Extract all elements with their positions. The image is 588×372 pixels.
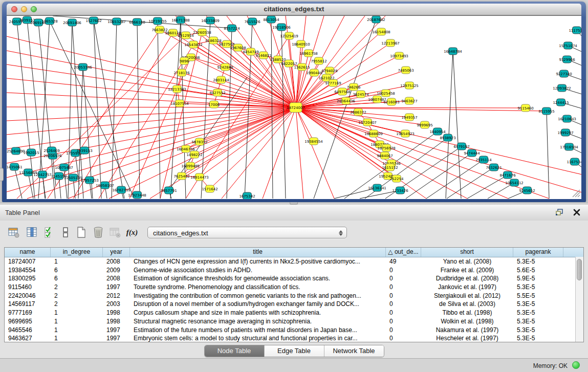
graph-node-label: 2086372 [350,111,366,115]
graph-edge[interactable] [7,107,296,121]
column-header-out_degree[interactable]: △ out_de... [386,248,421,257]
graph-edge[interactable] [446,51,453,199]
graph-node-label: 7615526 [244,20,260,24]
graph-node-label: 12505135 [64,176,82,180]
delete-rows-trash-icon[interactable] [91,225,106,240]
graph-edge[interactable] [53,156,56,186]
graph-edge[interactable] [177,89,296,107]
tab-edge-table[interactable]: Edge Table [265,345,324,357]
column-header-pagerank[interactable]: pagerank [513,248,563,257]
cell-name: 9115460 [5,283,51,292]
memory-status-label: Memory: OK [533,362,568,369]
close-panel-icon[interactable] [572,207,582,217]
graph-edge[interactable] [201,20,210,199]
node-layer: 1872400776638229860128891295422260538165… [7,16,581,199]
graph-edge[interactable] [271,19,273,199]
graph-edge[interactable] [406,153,472,199]
graph-edge[interactable] [314,19,376,199]
graph-edge[interactable] [170,20,181,199]
tab-network-table[interactable]: Network Table [324,345,384,357]
graph-node-label: 2935114 [475,158,492,162]
scrollbar-thumb[interactable] [577,259,582,280]
graph-edge[interactable] [68,23,72,199]
graph-edge[interactable] [547,111,549,199]
table-selector-dropdown[interactable]: citations_edges.txt [147,227,347,238]
select-all-rows-icon[interactable] [42,225,57,240]
status-bar: Memory: OK [0,358,588,372]
graph-edge[interactable] [137,22,140,199]
table-row[interactable]: 1938455462009Genome-wide association stu… [5,266,583,275]
table-row[interactable]: 1456911722003Disruption of a novel membe… [5,300,583,309]
cell-out_degree: 0 [386,326,421,335]
table-row[interactable]: 946362711997Embryonic stem cells: a mode… [5,334,583,342]
new-file-icon[interactable] [74,225,89,240]
cell-pagerank: 5.3E-5 [513,334,563,342]
network-svg: 1872400776638229860128891295422260538165… [7,16,581,199]
select-columns-icon[interactable] [24,225,39,240]
graph-edge[interactable] [7,107,296,107]
table-row[interactable]: 911546021997Tourette syndrome. Phenomeno… [5,283,583,292]
network-canvas[interactable]: 1872400776638229860128891295422260538165… [7,15,581,199]
graph-edge[interactable] [7,64,296,107]
tab-node-table[interactable]: Node Table [205,345,265,357]
graph-node-label: 12325419 [280,34,298,38]
cell-year: 2008 [103,274,130,283]
graph-edge[interactable] [426,160,484,199]
cell-short: Tibbo et al. (1998) [421,309,513,317]
graph-node-label: 9474444 [464,151,480,156]
cell-name: 18300295 [5,274,51,283]
table-row[interactable]: 969969511998Structural magnetic resonanc… [5,317,583,326]
cell-title: Corpus callosum shape and size in male p… [130,309,386,317]
column-header-short[interactable]: short [421,248,513,257]
graph-edge[interactable] [94,20,101,199]
table-settings-icon[interactable] [6,225,21,240]
column-header-in_degree[interactable]: in_degree [51,248,103,257]
cell-in_degree: 2 [51,292,103,300]
table-row[interactable]: 2242004622012Investigating the contribut… [5,292,583,300]
table-vertical-scrollbar[interactable] [575,257,583,342]
row-height-icon[interactable] [58,225,73,240]
graph-node-label: 5878352 [191,140,207,144]
cell-out_degree: 0 [386,266,421,275]
float-panel-icon[interactable] [554,207,564,217]
graph-node-label: 16136141 [368,186,386,190]
column-header-title[interactable]: title [130,248,386,257]
graph-node-label: 10688609 [364,132,383,136]
graph-edge[interactable] [447,167,494,199]
graph-edge[interactable] [296,107,303,199]
column-header-year[interactable]: year [103,248,130,257]
graph-node-label: 12213967 [381,41,400,46]
graph-node-label: 16033809 [201,19,220,23]
graph-edge[interactable] [158,21,160,199]
graph-edge[interactable] [112,21,117,199]
function-builder-icon[interactable]: f(x) [124,225,140,240]
cell-short: Nakamura et al. (1997) [421,326,513,335]
table-row[interactable]: 1830029562008Estimation of significance … [5,274,583,283]
graph-node-label: 16543812 [184,43,203,47]
cell-in_degree: 1 [51,334,103,342]
cell-title: Tourette syndrome. Phenomenology and cla… [130,283,386,292]
graph-node-label: 9242848 [217,65,233,70]
graph-edge[interactable] [94,20,124,199]
graph-node-label: 2803144 [213,78,229,82]
graph-edge[interactable] [296,107,581,192]
network-view-window: citations_edges.txt 18724007766382298601… [2,2,586,202]
graph-node-label: 7632621 [486,166,502,170]
table-row[interactable]: 977716911998Corpus callosum shape and si… [5,309,583,317]
graph-edge[interactable] [7,93,296,107]
cell-short: Hescheler et al. (1997) [421,334,513,342]
window-titlebar[interactable]: citations_edges.txt [7,4,581,15]
graph-edge[interactable] [467,175,508,199]
table-row[interactable]: 1872400712008Changes of HCN gene express… [5,257,583,266]
panel-edge-tab[interactable] [0,168,4,181]
memory-status-led [572,361,580,369]
cell-out_degree: 0 [386,334,421,342]
column-header-name[interactable]: name [5,248,51,257]
graph-edge[interactable] [50,21,135,199]
graph-node-label: 10973493 [390,54,408,58]
cell-short: de Silva et al. (2003) [421,300,513,309]
table-row[interactable]: 946554611997Estimation of the future num… [5,326,583,335]
cell-title: Embryonic stem cells: a model to study s… [130,334,386,342]
graph-edge[interactable] [296,16,306,107]
graph-edge[interactable] [7,107,296,135]
